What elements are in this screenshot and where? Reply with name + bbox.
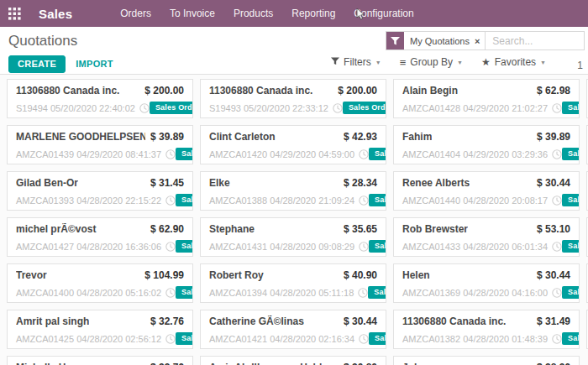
chevron-down-icon: ▼	[540, 59, 546, 65]
order-reference: AMZCA01393 04/28/2020 22:15:22	[16, 196, 161, 206]
status-badge: Sales Order	[150, 102, 193, 114]
order-amount: $ 35.65	[339, 223, 377, 235]
card-header: Amrit pal singh $ 32.76	[16, 315, 184, 327]
app-title[interactable]: Sales	[39, 7, 72, 21]
customer-name: Alain Begin	[402, 85, 458, 96]
order-reference: AMZCA01431 04/28/2020 09:08:29	[209, 242, 354, 252]
order-reference: AMZCA01425 04/28/2020 02:56:12	[16, 334, 161, 344]
activity-clock-icon[interactable]	[359, 196, 369, 206]
apps-grid-icon[interactable]	[0, 0, 29, 27]
kanban-card[interactable]: Helen $ 30.44 AMZCA01369 04/28/2020 04:1…	[393, 263, 580, 303]
order-amount: $ 104.99	[139, 269, 184, 281]
activity-clock-icon[interactable]	[358, 288, 368, 298]
filters-dropdown[interactable]: Filters ▼	[331, 56, 381, 68]
kanban-card[interactable]: Fahim $ 39.89 AMZCA01404 04/29/2020 03:2…	[393, 125, 580, 164]
order-reference: AMZCA01439 04/29/2020 08:41:37	[16, 149, 161, 159]
kanban-card[interactable]: Johanne $ 38.36	[393, 356, 580, 365]
chevron-down-icon: ▼	[457, 59, 463, 65]
kanban-card[interactable]: Stephane $ 35.65 AMZCA01431 04/28/2020 0…	[200, 217, 386, 257]
activity-clock-icon[interactable]	[165, 149, 176, 159]
card-footer: AMZCA01388 04/28/2020 21:09:24 Sales Ord…	[209, 194, 377, 206]
card-footer: AMZCA01439 04/29/2020 08:41:37 Sales Ord…	[16, 148, 184, 160]
kanban-card[interactable]: Catherine GÃ©linas $ 30.44 AMZCA01421 04…	[200, 310, 386, 349]
activity-clock-icon[interactable]	[552, 103, 562, 113]
order-amount: $ 39.89	[145, 131, 184, 143]
menu-products[interactable]: Products	[224, 0, 282, 27]
activity-clock-icon[interactable]	[359, 334, 369, 344]
facet-funnel-icon	[386, 32, 404, 50]
customer-name: Johanne	[402, 362, 444, 365]
order-reference: AMZCA01427 04/28/2020 16:36:06	[16, 242, 161, 252]
order-reference: AMZCA01421 04/28/2020 02:16:34	[209, 334, 354, 344]
status-badge: Sales Order	[176, 148, 193, 160]
kanban-card[interactable]: Amir Abdlkarroum Hald $ 30.80	[200, 356, 386, 365]
activity-clock-icon[interactable]	[552, 196, 562, 206]
filters-label: Filters	[344, 56, 371, 68]
customer-name: Renee Alberts	[402, 177, 470, 189]
activity-clock-icon[interactable]	[165, 196, 176, 206]
kanban-card[interactable]: Michelle H $ 33.76	[7, 356, 193, 365]
kanban-card[interactable]: Trevor $ 104.99 AMZCA01400 04/28/2020 05…	[7, 263, 193, 303]
star-icon: ★	[481, 57, 491, 67]
order-reference: AMZCA01433 04/28/2020 06:01:34	[402, 242, 548, 252]
card-footer: AMZCA01393 04/28/2020 22:15:22 Sales Ord…	[16, 194, 184, 206]
top-navbar: Sales Orders To Invoice Products Reporti…	[0, 0, 588, 27]
kanban-card[interactable]: Elke $ 28.34 AMZCA01388 04/28/2020 21:09…	[200, 171, 386, 211]
activity-clock-icon[interactable]	[165, 242, 176, 252]
kanban-card[interactable]: 11306880 Canada inc. $ 200.00 S19494 05/…	[7, 79, 193, 118]
card-footer: S19494 05/20/2020 22:40:02 Sales Order	[16, 102, 184, 114]
favorites-dropdown[interactable]: ★ Favorites ▼	[481, 56, 546, 68]
kanban-card[interactable]: 11306880 Canada inc. $ 31.49 AMZCA01382 …	[393, 310, 580, 349]
group-by-dropdown[interactable]: ≡ Group By ▼	[400, 56, 463, 68]
search-bar[interactable]: My Quotations × Search...	[386, 31, 585, 50]
activity-clock-icon[interactable]	[165, 334, 176, 344]
order-reference: AMZCA01420 04/29/2020 04:59:00	[209, 149, 354, 159]
activity-clock-icon[interactable]	[139, 103, 150, 113]
import-button[interactable]: IMPORT	[66, 56, 123, 72]
kanban-card[interactable]: Robert Roy $ 40.90 AMZCA01394 04/28/2020…	[200, 263, 386, 303]
card-footer: AMZCA01400 04/28/2020 05:16:02 Sales Ord…	[16, 286, 184, 299]
facet-label: My Quotations	[404, 36, 474, 46]
status-badge: Sales Order	[562, 332, 580, 345]
order-amount: $ 33.76	[145, 362, 184, 365]
customer-name: Stephane	[209, 223, 255, 235]
menu-reporting[interactable]: Reporting	[282, 0, 344, 27]
pager[interactable]: 1	[577, 60, 583, 71]
kanban-card[interactable]: Gilad Ben-Or $ 31.45 AMZCA01393 04/28/20…	[7, 171, 193, 211]
kanban-card[interactable]: Rob Brewster $ 53.10 AMZCA01433 04/28/20…	[393, 217, 580, 257]
card-header: Fahim $ 39.89	[402, 131, 570, 143]
activity-clock-icon[interactable]	[552, 242, 562, 252]
menu-orders[interactable]: Orders	[111, 0, 160, 27]
kanban-card[interactable]: Alain Begin $ 62.98 AMZCA01428 04/29/202…	[393, 79, 580, 118]
order-amount: $ 40.90	[339, 269, 377, 281]
search-facet[interactable]: My Quotations ×	[386, 32, 486, 50]
create-button[interactable]: CREATE	[8, 55, 66, 73]
activity-clock-icon[interactable]	[552, 288, 562, 298]
card-footer: AMZCA01369 04/28/2020 04:16:00 Sales Ord…	[402, 286, 570, 299]
menu-to-invoice[interactable]: To Invoice	[160, 0, 224, 27]
search-input[interactable]: Search...	[486, 35, 533, 47]
activity-clock-icon[interactable]	[165, 288, 176, 298]
kanban-card[interactable]: Amrit pal singh $ 32.76 AMZCA01425 04/28…	[7, 310, 193, 349]
customer-name: 11306880 Canada inc.	[209, 85, 312, 96]
activity-clock-icon[interactable]	[552, 149, 562, 159]
kanban-card[interactable]: MARLENE GOODHELPSEN $ 39.89 AMZCA01439 0…	[7, 125, 193, 164]
facet-close-icon[interactable]: ×	[474, 36, 485, 46]
card-header: Rob Brewster $ 53.10	[402, 223, 570, 235]
order-amount: $ 32.76	[145, 315, 184, 327]
kanban-card[interactable]: Clint Carleton $ 42.93 AMZCA01420 04/29/…	[200, 125, 386, 164]
kanban-card[interactable]: Renee Alberts $ 30.44 AMZCA01440 04/28/2…	[393, 171, 580, 211]
order-amount: $ 42.93	[339, 131, 377, 143]
activity-clock-icon[interactable]	[552, 334, 562, 344]
order-amount: $ 30.44	[532, 269, 570, 281]
activity-clock-icon[interactable]	[359, 242, 369, 252]
card-footer: AMZCA01421 04/28/2020 02:16:34 Sales Ord…	[209, 332, 377, 345]
menu-configuration[interactable]: Configuration	[344, 0, 423, 27]
status-badge: Sales Order	[369, 240, 386, 253]
card-footer: AMZCA01433 04/28/2020 06:01:34 Sales Ord…	[402, 240, 570, 253]
activity-clock-icon[interactable]	[359, 149, 369, 159]
status-badge: Sales Order	[343, 102, 386, 114]
kanban-card[interactable]: michel prÃ©vost $ 62.90 AMZCA01427 04/28…	[7, 217, 193, 257]
activity-clock-icon[interactable]	[333, 103, 343, 113]
kanban-card[interactable]: 11306880 Canada inc. $ 200.00 S19493 05/…	[200, 79, 386, 118]
